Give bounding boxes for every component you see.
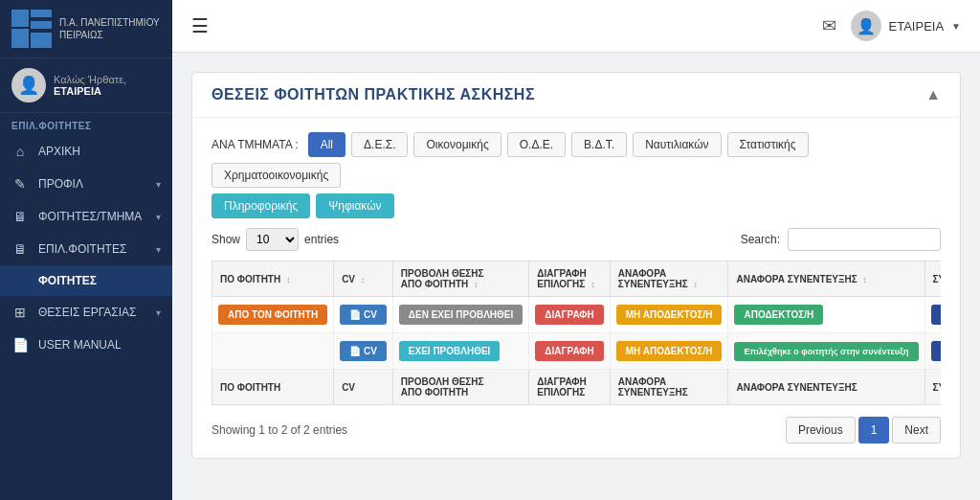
col-diagrafi[interactable]: ΔΙΑΓΡΑΦΗΕΠΙΛΟΓΗΣ ↕ (529, 261, 611, 297)
logo-text: Π.Α. ΠΑΝΕΠΙΣΤΗΜΙΟΥ ΠΕΙΡΑΙΩΣ (59, 16, 161, 41)
table-footer: Showing 1 to 2 of 2 entries Previous 1 N… (212, 417, 941, 443)
sidebar-user: 👤 Καλώς Ήρθατε, ΕΤΑΙΡΕΙΑ (0, 58, 172, 113)
sidebar-item-praktiki[interactable]: ΦΟΙΤΗΤΕΣ (0, 265, 172, 296)
cell-diagrafi-1: ΔΙΑΓΡΑΦΗ (529, 297, 611, 333)
symvasi-btn-1[interactable]: Σύμβαση 📄 (931, 305, 941, 325)
col-cv[interactable]: CV ↕ (334, 261, 393, 297)
chevron-down-icon: ▾ (156, 212, 161, 222)
po-foititi-btn-1[interactable]: ΑΠΟ ΤΟΝ ΦΟΙΤΗΤΗ (218, 305, 327, 325)
search-box: Search: (741, 228, 941, 251)
provoli-btn-2[interactable]: ΕΧΕΙ ΠΡΟΒΛΗΘΕΙ (399, 341, 501, 361)
pagination: Previous 1 Next (786, 417, 941, 443)
sidebar-item-label: ΑΡΧΙΚΗ (38, 145, 80, 158)
previous-button[interactable]: Previous (786, 417, 856, 443)
anafora2-btn-1[interactable]: ΑΠΟΔΕΚΤΟΣ/Η (734, 305, 823, 325)
home-icon: ⌂ (11, 144, 29, 159)
filter-statistikis[interactable]: Στατιστικής (727, 132, 809, 157)
page-1-button[interactable]: 1 (858, 417, 890, 443)
cell-anafora-1: ΜΗ ΑΠΟΔΕΚΤΟΣ/Η (610, 297, 728, 333)
sidebar-item-profile[interactable]: ✎ ΠΡΟΦΙΛ ▾ (0, 168, 172, 200)
foot-symvasi: ΣΥΜΒΑΣΗ (924, 370, 941, 405)
sidebar-item-label: USER MANUAL (38, 338, 122, 352)
anafora-btn-1[interactable]: ΜΗ ΑΠΟΔΕΚΤΟΣ/Η (616, 305, 723, 325)
cell-diagrafi-2: ΔΙΑΓΡΑΦΗ (529, 333, 611, 370)
sidebar-item-home[interactable]: ⌂ ΑΡΧΙΚΗ (0, 135, 172, 168)
filter-psifiakon[interactable]: Ψηφιακών (316, 193, 393, 218)
document-icon: 📄 (11, 337, 29, 352)
topbar-username: ΕΤΑΙΡΕΙΑ (889, 19, 945, 34)
col-provoli[interactable]: ΠΡΟΒΟΛΗ ΘΕΣΗΣΑΠΟ ΦΟΙΤΗΤΗ ↕ (392, 261, 528, 297)
user-info: Καλώς Ήρθατε, ΕΤΑΙΡΕΙΑ (54, 74, 126, 97)
sidebar-item-label: ΕΠΙΛ.ΦΟΙΤΗΤΕΣ (38, 242, 126, 256)
mail-icon[interactable]: ✉ (822, 15, 836, 36)
cell-cv-1: 📄 CV (334, 297, 393, 333)
provoli-btn-1[interactable]: ΔΕΝ ΕΧΕΙ ΠΡΟΒΛΗΘΕΙ (399, 305, 523, 325)
sidebar-logo: Π.Α. ΠΑΝΕΠΙΣΤΗΜΙΟΥ ΠΕΙΡΑΙΩΣ (0, 0, 172, 58)
sort-icon: ↕ (862, 275, 867, 284)
filter-des[interactable]: Δ.Ε.Σ. (351, 132, 408, 157)
filter-pliroforikis[interactable]: Πληροφορικής (212, 193, 310, 218)
cv-btn-1[interactable]: 📄 CV (340, 305, 387, 325)
filter-label: ΑΝΑ ΤΜΗΜΑΤΑ : (212, 138, 299, 151)
col-anafora2[interactable]: ΑΝΑΦΟΡΑ ΣΥΝΕΝΤΕΥΞΗΣ ↕ (728, 261, 924, 297)
foot-anafora2: ΑΝΑΦΟΡΑ ΣΥΝΕΝΤΕΥΞΗΣ (728, 370, 924, 405)
user-welcome: Καλώς Ήρθατε, (54, 74, 126, 85)
next-button[interactable]: Next (892, 417, 941, 443)
show-entries: Show 10 25 50 100 entries (212, 228, 339, 251)
profile-icon: ✎ (11, 176, 29, 192)
sidebar-item-label: ΠΡΟΦΙΛ (38, 177, 83, 191)
diagrafi-btn-1[interactable]: ΔΙΑΓΡΑΦΗ (535, 305, 604, 325)
sidebar-item-label: ΦΟΙΤΗΤΕΣ/ΤΜΗΜΑ (38, 210, 142, 223)
anafora2-btn-2[interactable]: Επιλέχθηκε ο φοιτητής στην συνέντευξη (734, 342, 918, 361)
table-row: ΑΠΟ ΤΟΝ ΦΟΙΤΗΤΗ 📄 CV ΔΕΝ ΕΧΕΙ ΠΡΟΒΛΗΘΕΙ … (212, 297, 942, 333)
sidebar-item-label: ΦΟΙΤΗΤΕΣ (38, 274, 97, 287)
sidebar: Π.Α. ΠΑΝΕΠΙΣΤΗΜΙΟΥ ΠΕΙΡΑΙΩΣ 👤 Καλώς Ήρθα… (0, 0, 172, 500)
monitor2-icon: 🖥 (11, 241, 29, 257)
svg-rect-2 (11, 29, 29, 48)
table-controls: Show 10 25 50 100 entries Search: (212, 228, 941, 251)
filter-oikonomikis[interactable]: Οικονομικής (413, 132, 501, 157)
topbar: ☰ ✉ 👤 ΕΤΑΙΡΕΙΑ ▼ (172, 0, 980, 53)
cell-po-foititi: ΑΠΟ ΤΟΝ ΦΟΙΤΗΤΗ (212, 297, 334, 333)
chevron-down-icon: ▾ (156, 179, 161, 190)
foot-diagrafi: ΔΙΑΓΡΑΦΗΕΠΙΛΟΓΗΣ (529, 370, 611, 405)
grid-icon: ⊞ (11, 305, 29, 320)
collapse-button[interactable]: ▲ (925, 86, 941, 103)
diagrafi-btn-2[interactable]: ΔΙΑΓΡΑΦΗ (535, 341, 604, 361)
logo-icon (11, 10, 52, 48)
entries-label: entries (304, 233, 339, 246)
sidebar-item-manual[interactable]: 📄 USER MANUAL (0, 329, 172, 361)
foot-cv: CV (334, 370, 393, 405)
topbar-right: ✉ 👤 ΕΤΑΙΡΕΙΑ ▼ (822, 11, 961, 41)
sidebar-item-selected[interactable]: 🖥 ΕΠΙΛ.ΦΟΙΤΗΤΕΣ ▾ (0, 233, 172, 265)
symvasi-btn-2[interactable]: Σύμβαση 📄 (931, 341, 941, 361)
menu-icon[interactable]: ☰ (191, 14, 209, 37)
filter-ode[interactable]: Ο.Δ.Ε. (507, 132, 566, 157)
search-label: Search: (741, 233, 780, 246)
svg-rect-1 (31, 10, 52, 17)
col-po-foititi[interactable]: ΠΟ ΦΟΙΤΗΤΗ ↕ (212, 261, 334, 297)
filter-naftiliakon[interactable]: Ναυτιλιακών (633, 132, 721, 157)
sort-icon: ↕ (286, 275, 291, 284)
filter-vdt[interactable]: Β.Δ.Τ. (571, 132, 627, 157)
card-body: ΑΝΑ ΤΜΗΜΑΤΑ : All Δ.Ε.Σ. Οικονομικής Ο.Δ… (192, 118, 960, 458)
topbar-user[interactable]: 👤 ΕΤΑΙΡΕΙΑ ▼ (851, 11, 961, 41)
sidebar-item-students[interactable]: 🖥 ΦΟΙΤΗΤΕΣ/ΤΜΗΜΑ ▾ (0, 200, 172, 233)
sort-icon: ↕ (693, 280, 698, 289)
anafora-btn-2[interactable]: ΜΗ ΑΠΟΔΕΚΤΟΣ/Η (616, 341, 723, 361)
cv-btn-2[interactable]: 📄 CV (340, 341, 387, 361)
search-input[interactable] (788, 228, 941, 251)
foot-provoli: ΠΡΟΒΟΛΗ ΘΕΣΗΣΑΠΟ ΦΟΙΤΗΤΗ (392, 370, 528, 405)
sort-icon: ↕ (474, 280, 479, 289)
svg-rect-4 (31, 33, 52, 48)
cell-anafora2-1: ΑΠΟΔΕΚΤΟΣ/Η (728, 297, 924, 333)
entries-select[interactable]: 10 25 50 100 (246, 228, 299, 251)
filter-all[interactable]: All (308, 132, 345, 157)
col-anafora[interactable]: ΑΝΑΦΟΡΑΣΥΝΕΝΤΕΥΞΗΣ ↕ (610, 261, 728, 297)
sidebar-item-jobs[interactable]: ⊞ ΘΕΣΕΙΣ ΕΡΓΑΣΙΑΣ ▾ (0, 296, 172, 329)
cell-anafora2-2: Επιλέχθηκε ο φοιτητής στην συνέντευξη (728, 333, 924, 370)
filter-xrimatooikonomikis[interactable]: Χρηματοοικονομικής (212, 163, 341, 188)
chevron-down-icon: ▾ (156, 244, 161, 255)
col-symvasi[interactable]: ΣΥΜΒΑΣΗ ↕ (924, 261, 941, 297)
topbar-avatar: 👤 (851, 11, 881, 41)
